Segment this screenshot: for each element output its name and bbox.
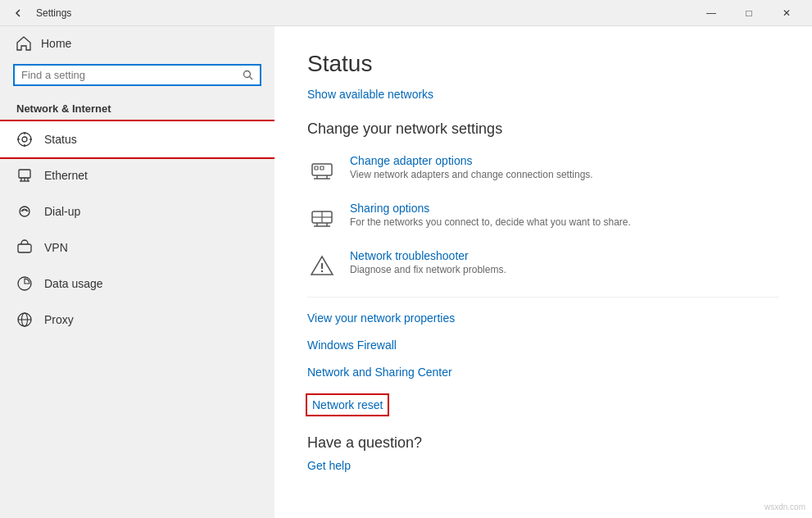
adapter-icon <box>307 156 337 185</box>
firewall-section: Windows Firewall <box>307 338 779 358</box>
proxy-icon <box>16 311 33 328</box>
network-reset-link[interactable]: Network reset <box>307 395 388 415</box>
dialup-icon <box>16 203 33 220</box>
sidebar-item-data-usage[interactable]: Data usage <box>0 266 274 302</box>
window-controls: — □ ✕ <box>692 0 805 26</box>
svg-rect-14 <box>18 244 31 252</box>
app-body: Home Network & Internet <box>0 26 812 518</box>
sidebar-item-proxy[interactable]: Proxy <box>0 302 274 338</box>
change-settings-heading: Change your network settings <box>307 120 779 138</box>
svg-point-32 <box>321 270 323 272</box>
back-button[interactable] <box>7 2 29 25</box>
firewall-link[interactable]: Windows Firewall <box>307 339 397 352</box>
sharing-options-desc: For the networks you connect to, decide … <box>350 216 631 228</box>
adapter-options-text: Change adapter options View network adap… <box>350 154 593 180</box>
sharing-options-title[interactable]: Sharing options <box>350 202 631 215</box>
adapter-options-desc: View network adapters and change connect… <box>350 169 593 180</box>
sidebar-item-ethernet[interactable]: Ethernet <box>0 157 274 193</box>
sidebar-item-status-label: Status <box>44 133 77 146</box>
adapter-options-title[interactable]: Change adapter options <box>350 154 593 167</box>
troubleshooter-text: Network troubleshooter Diagnose and fix … <box>350 249 506 275</box>
svg-rect-21 <box>320 166 324 170</box>
sidebar: Home Network & Internet <box>0 26 274 518</box>
show-networks-link[interactable]: Show available networks <box>307 88 433 101</box>
svg-line-1 <box>250 77 252 80</box>
main-panel: Status Show available networks Change yo… <box>274 26 812 518</box>
sidebar-item-vpn[interactable]: VPN <box>0 229 274 266</box>
sidebar-item-dialup[interactable]: Dial-up <box>0 193 274 229</box>
search-input[interactable] <box>21 69 238 81</box>
svg-rect-20 <box>315 166 318 170</box>
sidebar-item-dialup-label: Dial-up <box>44 205 80 218</box>
svg-point-3 <box>22 137 27 142</box>
sharing-center-link[interactable]: Network and Sharing Center <box>307 366 452 379</box>
sidebar-item-vpn-label: VPN <box>44 241 68 254</box>
troubleshooter-title[interactable]: Network troubleshooter <box>350 249 506 262</box>
sidebar-item-home[interactable]: Home <box>0 26 274 61</box>
network-reset-section: Network reset <box>307 395 779 415</box>
sidebar-item-data-usage-label: Data usage <box>44 277 103 290</box>
sharing-options-text: Sharing options For the networks you con… <box>350 202 631 228</box>
sharing-options-item: Sharing options For the networks you con… <box>307 202 779 233</box>
get-help-link[interactable]: Get help <box>307 459 351 472</box>
home-icon <box>16 36 31 51</box>
home-label: Home <box>41 37 71 50</box>
view-properties-link[interactable]: View your network properties <box>307 311 455 325</box>
window-title: Settings <box>36 7 71 19</box>
have-question-heading: Have a question? <box>307 434 779 452</box>
search-box[interactable] <box>13 64 261 86</box>
sidebar-item-status[interactable]: Status <box>0 121 274 157</box>
svg-rect-8 <box>19 170 30 178</box>
page-title: Status <box>307 51 779 77</box>
close-button[interactable]: ✕ <box>768 0 805 26</box>
divider-1 <box>307 297 779 298</box>
sidebar-item-proxy-label: Proxy <box>44 313 74 326</box>
data-usage-icon <box>16 275 33 292</box>
troubleshooter-item: Network troubleshooter Diagnose and fix … <box>307 249 779 280</box>
status-icon <box>16 131 33 148</box>
svg-point-2 <box>18 133 31 146</box>
sidebar-item-ethernet-label: Ethernet <box>44 169 88 182</box>
troubleshooter-desc: Diagnose and fix network problems. <box>350 264 506 275</box>
svg-point-0 <box>244 71 251 78</box>
sharing-icon <box>307 203 337 233</box>
titlebar: Settings — □ ✕ <box>0 0 812 26</box>
adapter-options-item: Change adapter options View network adap… <box>307 154 779 185</box>
view-properties-section: View your network properties <box>307 311 779 331</box>
search-icon <box>243 70 253 80</box>
minimize-button[interactable]: — <box>692 0 730 26</box>
sharing-center-section: Network and Sharing Center <box>307 365 779 388</box>
sidebar-section-title: Network & Internet <box>0 99 274 121</box>
maximize-button[interactable]: □ <box>730 0 768 26</box>
troubleshooter-icon <box>307 251 337 280</box>
vpn-icon <box>16 239 33 256</box>
ethernet-icon <box>16 167 33 184</box>
